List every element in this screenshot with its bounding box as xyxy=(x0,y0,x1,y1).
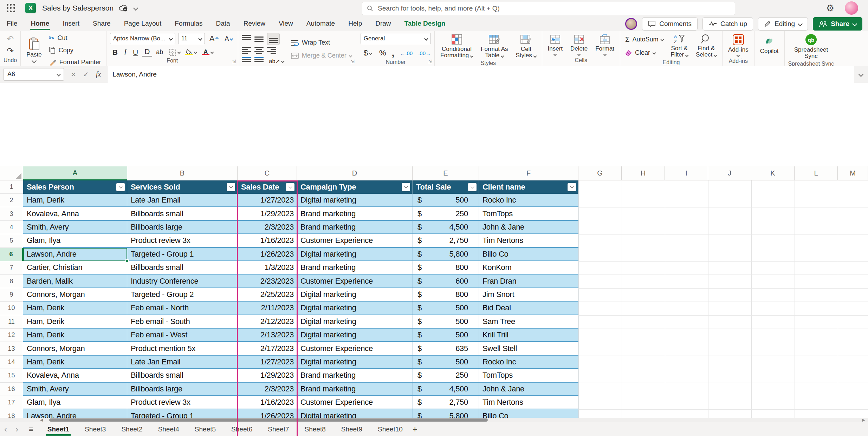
cell[interactable]: Barden, Malik xyxy=(23,275,127,287)
comma-format-button[interactable]: , xyxy=(392,51,395,55)
tab-share[interactable]: Share xyxy=(92,18,111,29)
name-box[interactable]: A6 xyxy=(4,68,64,81)
number-dialog-launcher[interactable]: ⇲ xyxy=(428,59,432,64)
find-select-button[interactable]: Find &Select xyxy=(694,33,719,59)
row-header-15[interactable]: 15 xyxy=(0,369,23,382)
table-header-services-sold[interactable]: Services Sold xyxy=(127,180,238,194)
align-middle-button[interactable] xyxy=(254,35,264,43)
align-right-button[interactable] xyxy=(267,47,276,55)
cell[interactable]: KonKom xyxy=(479,261,578,274)
cell[interactable]: Lawson, Andre xyxy=(23,248,127,260)
cell[interactable]: Billboards small xyxy=(127,369,238,382)
cell[interactable]: Ham, Derik xyxy=(23,315,127,328)
scroll-right-icon[interactable]: ▶ xyxy=(862,418,865,422)
percent-format-button[interactable]: % xyxy=(379,48,386,58)
filter-button[interactable] xyxy=(286,183,294,191)
column-header-I[interactable]: I xyxy=(665,166,708,180)
filter-button[interactable] xyxy=(116,183,125,191)
sheet-tab-sheet4[interactable]: Sheet4 xyxy=(150,423,187,435)
cell[interactable]: 1/16/2023 xyxy=(238,396,297,409)
cell[interactable]: Brand marketing xyxy=(297,383,413,395)
cell[interactable]: $250 xyxy=(413,369,479,382)
cell[interactable]: Ham, Derik xyxy=(23,329,127,341)
paste-button[interactable]: Paste xyxy=(24,37,44,63)
table-row[interactable]: Connors, MorganTargeted - Group 22/25/20… xyxy=(23,288,578,302)
tab-data[interactable]: Data xyxy=(215,18,231,29)
table-row[interactable]: Smith, AveryBillboards large2/3/2023Bran… xyxy=(23,221,578,234)
cell[interactable]: Digital marketing xyxy=(297,356,413,368)
cell[interactable]: Sam Tree xyxy=(479,315,578,328)
column-header-H[interactable]: H xyxy=(622,166,665,180)
table-row[interactable]: Lawson, AndreTargeted - Group 11/26/2023… xyxy=(23,248,578,261)
redo-button[interactable]: ↷ xyxy=(5,45,15,57)
cell[interactable]: Customer Experience xyxy=(297,342,413,355)
cell[interactable]: Feb email - South xyxy=(127,315,238,328)
horizontal-scrollbar-thumb[interactable] xyxy=(49,418,488,422)
cell[interactable]: $250 xyxy=(413,207,479,220)
cell[interactable]: $500 xyxy=(413,302,479,314)
select-all-corner[interactable] xyxy=(0,166,23,180)
filter-button[interactable] xyxy=(568,183,576,191)
row-header-3[interactable]: 3 xyxy=(0,207,23,220)
cell[interactable]: Billo Co xyxy=(479,248,578,260)
fill-handle[interactable] xyxy=(125,259,129,263)
cell[interactable]: $2,750 xyxy=(413,234,479,247)
cell[interactable]: Digital marketing xyxy=(297,329,413,341)
row-header-5[interactable]: 5 xyxy=(0,234,23,247)
cell[interactable]: $2,750 xyxy=(413,396,479,409)
cell[interactable]: John & Jane xyxy=(479,383,578,395)
row-header-9[interactable]: 9 xyxy=(0,288,23,302)
cell[interactable]: Bid Deal xyxy=(479,302,578,314)
sort-filter-button[interactable]: A Z Sort &Filter xyxy=(668,33,690,59)
clear-button[interactable]: Clear xyxy=(624,48,657,57)
sheet-tab-sheet2[interactable]: Sheet2 xyxy=(114,423,150,435)
cell[interactable]: 2/25/2023 xyxy=(238,288,297,301)
table-row[interactable]: Ham, DerikFeb email - North2/11/2023Digi… xyxy=(23,302,578,315)
cell[interactable]: Tim Nertons xyxy=(479,234,578,247)
add-sheet-button[interactable]: + xyxy=(413,424,417,434)
cell[interactable]: Digital marketing xyxy=(297,315,413,328)
cell[interactable]: Feb email - North xyxy=(127,302,238,314)
table-header-sales-date[interactable]: Sales Date xyxy=(238,180,297,194)
cell[interactable]: $635 xyxy=(413,342,479,355)
table-row[interactable]: Connors, MorganProduct mention 5x2/17/20… xyxy=(23,342,578,355)
autosum-button[interactable]: Σ AutoSum xyxy=(624,35,665,44)
cell[interactable]: Digital marketing xyxy=(297,288,413,301)
cell[interactable]: $600 xyxy=(413,275,479,287)
text-orientation-button[interactable]: ab↗ xyxy=(267,57,285,65)
column-header-G[interactable]: G xyxy=(578,166,622,180)
row-header-6[interactable]: 6 xyxy=(0,248,23,261)
cell[interactable]: Tim Nertons xyxy=(479,396,578,409)
cell[interactable]: Rocko Inc xyxy=(479,194,578,206)
sheet-tab-sheet8[interactable]: Sheet8 xyxy=(297,423,333,435)
number-format-select[interactable]: General xyxy=(361,33,431,44)
filter-button[interactable] xyxy=(468,183,477,191)
cell[interactable]: $500 xyxy=(413,315,479,328)
all-sheets-menu-icon[interactable]: ≡ xyxy=(29,425,33,434)
table-header-campaign-type[interactable]: Campaign Type xyxy=(297,180,413,194)
row-header-1[interactable]: 1 xyxy=(0,180,23,194)
table-row[interactable]: Ham, DerikLate Jan Email1/27/2023Digital… xyxy=(23,194,578,207)
row-header-4[interactable]: 4 xyxy=(0,221,23,234)
sheet-tab-sheet1[interactable]: Sheet1 xyxy=(40,423,77,435)
column-header-C[interactable]: C xyxy=(238,166,297,180)
user-avatar[interactable] xyxy=(845,1,858,15)
table-header-sales-person[interactable]: Sales Person xyxy=(23,180,127,194)
table-row[interactable]: Barden, MalikIndustry Conference2/23/202… xyxy=(23,275,578,288)
tab-formulas[interactable]: Formulas xyxy=(174,18,203,29)
cell[interactable]: $800 xyxy=(413,261,479,274)
tab-table-design[interactable]: Table Design xyxy=(404,18,446,29)
table-row[interactable]: Cartier, ChristianBillboards small1/3/20… xyxy=(23,261,578,275)
cell[interactable]: John & Jane xyxy=(479,221,578,233)
cell[interactable]: Glam, Ilya xyxy=(23,396,127,409)
sheet-tab-sheet3[interactable]: Sheet3 xyxy=(77,423,114,435)
cell[interactable]: 1/26/2023 xyxy=(238,248,297,260)
cell[interactable]: $500 xyxy=(413,194,479,206)
cell[interactable]: 1/16/2023 xyxy=(238,234,297,247)
cell[interactable]: Late Jan Email xyxy=(127,194,238,206)
merge-center-button[interactable]: Merge & Center xyxy=(289,51,353,60)
sheet-tab-sheet9[interactable]: Sheet9 xyxy=(333,423,370,435)
table-row[interactable]: Kovaleva, AnnaBillboards small1/29/2023B… xyxy=(23,207,578,220)
row-header-14[interactable]: 14 xyxy=(0,356,23,369)
sheet-tab-sheet10[interactable]: Sheet10 xyxy=(370,423,410,435)
